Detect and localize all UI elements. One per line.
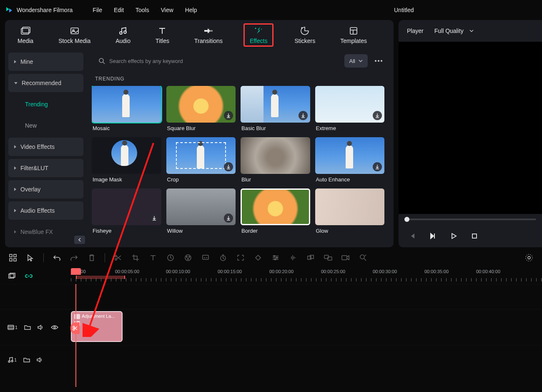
menu-file[interactable]: File [93,7,102,13]
tab-stock-media[interactable]: Stock Media [54,23,95,47]
menu-tools[interactable]: Tools [136,7,149,13]
color-button[interactable] [183,253,193,262]
audio-wave-button[interactable] [289,253,298,262]
timeline-ruler[interactable]: 00:00 00:00:05:00 00:00:10:00 00:00:15:0… [71,268,542,284]
visibility-icon[interactable] [51,325,58,330]
effect-card-crop[interactable]: Crop [166,137,236,183]
download-icon[interactable] [373,111,382,120]
scrub-knob[interactable] [404,217,409,222]
sidebar-item-overlay[interactable]: Overlay [8,180,83,199]
redo-button[interactable] [70,253,79,262]
quality-label: Full Quality [434,28,464,34]
download-icon[interactable] [150,214,159,223]
search-input[interactable]: Search effects by any keyword [93,53,340,68]
sidebar-collapse-button[interactable] [74,236,85,244]
timeline-settings-button[interactable] [524,253,534,262]
step-forward-button[interactable] [428,231,438,241]
filter-dropdown[interactable]: All [344,54,368,68]
tab-templates[interactable]: Templates [336,23,371,47]
effect-card-border[interactable]: Border [241,188,310,234]
menu-edit[interactable]: Edit [114,7,124,13]
subtitles-button[interactable] [324,253,333,262]
section-title: TRENDING [92,72,394,86]
sidebar-item-new[interactable]: New [8,116,83,135]
more-options-button[interactable] [372,54,385,68]
split-button[interactable] [113,253,123,262]
undo-button[interactable] [52,253,61,262]
effects-sidebar: Mine Recommended Trending New Video Effe… [5,50,88,247]
selection-range[interactable] [76,276,125,279]
playhead-handle[interactable] [71,268,81,275]
effect-card-image-mask[interactable]: Image Mask [92,137,161,183]
keyframe-button[interactable] [253,253,263,262]
effect-card-extreme[interactable]: Extreme [315,86,385,131]
tab-stickers[interactable]: Stickers [290,23,319,47]
sidebar-item-newblue-fx[interactable]: NewBlue FX [8,223,83,241]
tab-media[interactable]: Media [13,23,38,47]
quality-dropdown[interactable]: Full Quality [431,26,477,36]
download-icon[interactable] [224,162,233,171]
effect-card-auto-enhance[interactable]: Auto Enhance [315,137,385,183]
tab-effects-label: Effects [250,38,268,44]
text-button[interactable] [148,253,158,262]
stop-button[interactable] [469,231,479,241]
download-icon[interactable] [373,162,382,171]
fit-button[interactable] [236,253,245,262]
delete-button[interactable] [87,253,96,262]
video-track-icon: 1 [8,324,18,330]
tab-titles[interactable]: Titles [151,23,173,47]
download-icon[interactable] [224,111,233,120]
menu-view[interactable]: View [161,7,173,13]
video-track-1[interactable]: 1 Adjustment La... [0,309,542,345]
adjust-button[interactable] [271,253,280,262]
caption-button[interactable] [201,253,210,262]
sidebar-item-audio-effects[interactable]: Audio Effects [8,201,83,220]
tab-transitions[interactable]: Transitions [190,23,227,47]
link-button[interactable] [24,271,33,281]
effect-card-square-blur[interactable]: Square Blur [166,86,236,131]
sidebar-item-recommended[interactable]: Recommended [8,74,83,92]
effect-card-willow[interactable]: Willow [166,188,236,234]
duration-button[interactable] [218,253,228,262]
effect-thumb [92,137,161,174]
sidebar-item-mine[interactable]: Mine [8,53,83,71]
sidebar-item-trending[interactable]: Trending [8,95,83,113]
effect-card-basic-blur[interactable]: Basic Blur [241,86,310,131]
add-track-button[interactable] [8,271,17,281]
layout-grid-button[interactable] [8,253,18,262]
folder-icon[interactable] [23,357,30,363]
group-button[interactable] [306,253,315,262]
menu-help[interactable]: Help [185,7,197,13]
effect-card-mosaic[interactable]: Mosaic [92,86,161,131]
player-title: Player [407,28,424,34]
select-tool-button[interactable] [26,253,35,262]
playhead-line [75,284,76,387]
effect-label: Auto Enhance [315,176,385,183]
svg-point-37 [528,256,530,259]
mute-icon[interactable] [38,324,44,330]
sidebar-video-effects-label: Video Effects [20,143,55,150]
effect-card-glow[interactable]: Glow [315,188,385,234]
play-button[interactable] [449,231,459,241]
player-scrubber[interactable] [399,214,542,225]
mute-icon[interactable] [37,357,43,363]
tab-effects[interactable]: Effects [243,23,274,47]
sidebar-item-filter-lut[interactable]: Filter&LUT [8,159,83,177]
effect-card-blur[interactable]: Blur [241,137,310,183]
app-title: Wondershare Filmora [17,7,73,13]
crop-button[interactable] [131,253,140,262]
record-button[interactable] [341,253,350,262]
marker-button[interactable] [359,253,368,262]
effect-thumb [166,86,236,123]
download-icon[interactable] [224,214,233,223]
download-icon[interactable] [299,111,308,120]
tab-audio[interactable]: Audio [111,23,135,47]
sidebar-item-video-effects[interactable]: Video Effects [8,138,83,156]
effect-card-fisheye[interactable]: Fisheye [92,188,161,234]
speed-button[interactable] [166,253,175,262]
audio-track-1[interactable]: 1 [0,345,542,374]
folder-icon[interactable] [24,324,31,330]
clip-label: Adjustment La... [82,314,115,319]
prev-frame-button[interactable] [407,231,417,241]
cut-handle[interactable] [70,322,80,334]
